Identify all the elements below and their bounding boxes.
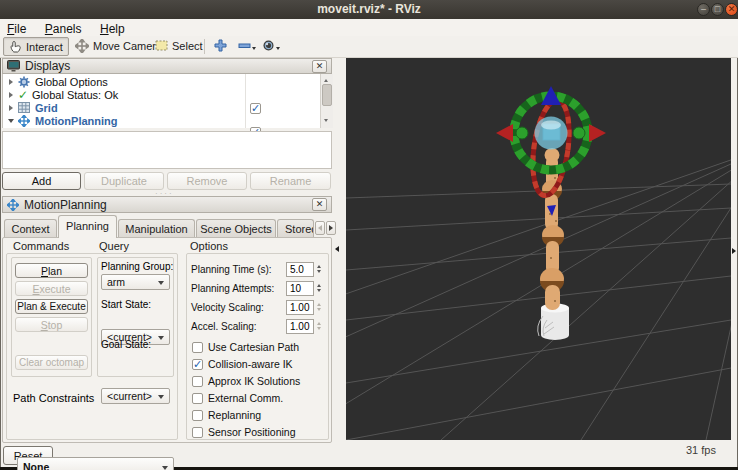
planning-time-label: Planning Time (s): <box>191 264 286 275</box>
motion-planning-close-icon[interactable]: ✕ <box>312 198 327 211</box>
duplicate-display-button[interactable]: Duplicate <box>84 172 164 190</box>
path-constraints-select[interactable]: None <box>17 457 174 470</box>
maximize-icon[interactable]: □ <box>711 3 724 16</box>
approx-ik-solutions-row[interactable]: Approx IK Solutions <box>192 374 300 388</box>
scroll-down-icon[interactable] <box>324 119 328 124</box>
tab-planning[interactable]: Planning <box>58 215 117 238</box>
tool-options-button[interactable] <box>257 37 285 54</box>
replanning-row[interactable]: Replanning <box>192 408 261 422</box>
planning-attempts-input[interactable]: 10 <box>286 281 314 296</box>
remove-tool-icon <box>238 39 251 52</box>
execute-button[interactable]: Execute <box>15 281 88 296</box>
tab-scene-objects[interactable]: Scene Objects <box>196 219 276 238</box>
goal-state-select[interactable]: <current> <box>101 388 170 404</box>
motion-planning-panel-header[interactable]: MotionPlanning ✕ <box>2 196 332 213</box>
planning-group-select[interactable]: arm <box>101 274 170 290</box>
accel-scaling-label: Accel. Scaling: <box>191 321 286 332</box>
expander-icon[interactable] <box>8 119 14 123</box>
tab-scroll-left-icon[interactable] <box>315 221 325 235</box>
close-icon[interactable]: ✕ <box>725 3 738 16</box>
spinner-arrows[interactable] <box>314 319 324 334</box>
planning-attempts-label: Planning Attempts: <box>191 283 286 294</box>
menu-panels[interactable]: Panels <box>38 21 89 36</box>
titlebar: moveit.rviz* - RViz <box>0 0 738 20</box>
sensor-positioning-checkbox[interactable] <box>192 427 203 438</box>
robot-arm <box>538 148 569 340</box>
add-tool-button[interactable] <box>209 37 232 54</box>
fps-counter: 31 fps <box>686 444 716 456</box>
motion-planning-panel-title: MotionPlanning <box>24 198 307 212</box>
splitter-handle[interactable]: ···· <box>155 192 179 195</box>
collision-aware-ik-label: Collision-aware IK <box>208 358 293 370</box>
tab-context[interactable]: Context <box>4 219 57 238</box>
external-comm-checkbox[interactable] <box>192 393 203 404</box>
path-constraints-label: Path Constraints <box>13 392 94 404</box>
options-section-label: Options <box>190 240 228 252</box>
marker-x-arrow-left[interactable] <box>496 124 513 142</box>
tree-scrollbar[interactable] <box>320 74 333 128</box>
add-display-button[interactable]: Add <box>2 172 81 190</box>
external-comm-row[interactable]: External Comm. <box>192 391 283 405</box>
collapse-left-panel-icon[interactable] <box>335 246 339 252</box>
window-title: moveit.rviz* - RViz <box>0 0 738 19</box>
scroll-up-icon[interactable] <box>324 77 328 82</box>
velocity-scaling-input[interactable]: 1.00 <box>286 300 314 315</box>
tree-row-global-options[interactable]: Global Options <box>3 75 243 88</box>
stop-button[interactable]: Stop <box>15 317 88 332</box>
accel-scaling-input[interactable]: 1.00 <box>286 319 314 334</box>
tab-manipulation[interactable]: Manipulation <box>118 219 195 238</box>
render-viewport[interactable] <box>346 58 731 440</box>
displays-close-icon[interactable]: ✕ <box>312 60 327 73</box>
displays-panel-header[interactable]: Displays ✕ <box>2 58 332 74</box>
plan-and-execute-button[interactable]: Plan & Execute <box>15 299 88 314</box>
tab-stored[interactable]: Stored <box>277 219 314 238</box>
minimize-icon[interactable]: – <box>697 3 710 16</box>
expander-icon[interactable] <box>9 79 13 85</box>
approx-ik-solutions-checkbox[interactable] <box>192 376 203 387</box>
spinner-arrows[interactable] <box>314 281 324 296</box>
tree-row-label: Global Status: Ok <box>32 89 118 101</box>
expand-right-panel-icon[interactable] <box>732 248 736 254</box>
menu-help[interactable]: Help <box>93 21 132 36</box>
use-cartesian-path-checkbox[interactable] <box>192 342 203 353</box>
planning-group-label: Planning Group: <box>101 261 173 272</box>
chevron-down-icon <box>276 47 280 52</box>
expander-icon[interactable] <box>9 105 13 111</box>
tree-row-label: Global Options <box>35 76 108 88</box>
scrollbar-thumb[interactable] <box>322 84 332 106</box>
marker-x-arrow-right[interactable] <box>589 124 606 142</box>
collision-aware-ik-row[interactable]: Collision-aware IK <box>192 357 293 371</box>
displays-panel-title: Displays <box>25 59 307 73</box>
sensor-positioning-label: Sensor Positioning <box>208 426 296 438</box>
viewport-scene <box>346 58 731 440</box>
spinner-arrows[interactable] <box>314 262 324 277</box>
replanning-checkbox[interactable] <box>192 410 203 421</box>
tree-row-motion-planning[interactable]: MotionPlanning <box>3 114 243 127</box>
query-section-label: Query <box>99 240 129 252</box>
clear-octomap-button[interactable]: Clear octomap <box>15 355 88 370</box>
check-icon: ✓ <box>18 90 28 100</box>
rename-display-button[interactable]: Rename <box>250 172 331 190</box>
collision-aware-ik-checkbox[interactable] <box>192 359 203 370</box>
menubar: File Panels Help <box>0 19 738 36</box>
remove-display-button[interactable]: Remove <box>167 172 247 190</box>
expander-icon[interactable] <box>9 92 13 98</box>
spinner-arrows[interactable] <box>314 300 324 315</box>
hand-pointer-icon <box>9 40 22 53</box>
goal-state-label: Goal State: <box>101 339 151 350</box>
display-property-area[interactable] <box>2 131 332 169</box>
tab-scroll-right-icon[interactable] <box>326 221 336 235</box>
grid-enabled-checkbox[interactable] <box>250 103 261 114</box>
plan-button[interactable]: Plan <box>15 263 88 278</box>
tool-sphere-icon <box>262 39 275 52</box>
velocity-scaling-label: Velocity Scaling: <box>191 302 286 313</box>
tree-row-global-status[interactable]: ✓ Global Status: Ok <box>3 88 243 101</box>
menu-file[interactable]: File <box>0 21 33 36</box>
interact-tool-button[interactable]: Interact <box>3 37 69 56</box>
use-cartesian-path-row[interactable]: Use Cartesian Path <box>192 340 299 354</box>
planning-time-row: Planning Time (s): 5.0 <box>191 261 324 277</box>
planning-time-input[interactable]: 5.0 <box>286 262 314 277</box>
select-tool-button[interactable]: Select <box>150 37 208 54</box>
tree-row-grid[interactable]: Grid <box>3 101 243 114</box>
sensor-positioning-row[interactable]: Sensor Positioning <box>192 425 296 439</box>
